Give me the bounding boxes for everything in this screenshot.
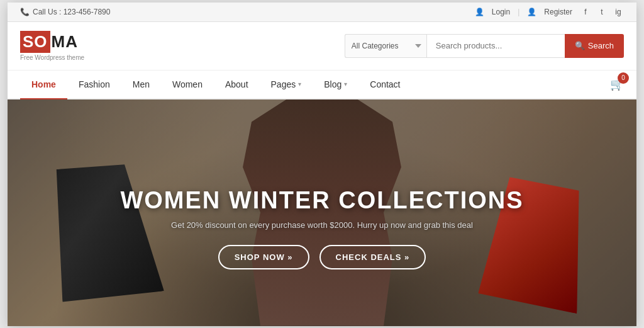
nav-item-men[interactable]: Men [121, 71, 161, 98]
call-label: Call Us : 123-456-7890 [33, 8, 110, 16]
check-deals-button[interactable]: CHECK DEALS » [319, 245, 426, 269]
top-bar-right: 👤 Login | 👤 Register f t ig [475, 6, 624, 18]
login-icon: 👤 [475, 8, 484, 16]
login-link[interactable]: Login [492, 8, 510, 16]
search-button[interactable]: 🔍 Search [565, 34, 624, 58]
nav-item-home[interactable]: Home [20, 71, 67, 98]
hero-subtitle: Get 20% discount on every purchase worth… [102, 220, 542, 230]
instagram-icon[interactable]: ig [613, 6, 624, 18]
page-wrapper: 📞 Call Us : 123-456-7890 👤 Login | 👤 Reg… [8, 3, 636, 326]
nav-item-blog[interactable]: Blog ▾ [313, 71, 358, 98]
cart-wrapper[interactable]: 🛒 0 [610, 77, 624, 91]
hero-title: WOMEN WINTER COLLECTIONS [102, 187, 542, 214]
logo-ma: MA [50, 31, 79, 53]
search-button-label: Search [588, 41, 614, 50]
nav-item-women[interactable]: Women [161, 71, 214, 98]
header: SO MA Free Wordpress theme All Categorie… [8, 22, 636, 71]
facebook-icon[interactable]: f [580, 6, 591, 18]
pages-dropdown-arrow: ▾ [298, 81, 301, 88]
social-links: f t ig [580, 6, 624, 18]
nav-item-contact[interactable]: Contact [358, 71, 411, 98]
nav: Home Fashion Men Women About Pages ▾ Blo… [8, 71, 636, 99]
logo: SO MA [20, 31, 84, 53]
nav-item-fashion[interactable]: Fashion [67, 71, 121, 98]
register-icon: 👤 [527, 8, 536, 16]
hero-content: WOMEN WINTER COLLECTIONS Get 20% discoun… [102, 187, 542, 269]
search-input[interactable] [426, 34, 565, 58]
search-wrapper: All Categories Fashion Men Women 🔍 Searc… [345, 34, 624, 58]
top-bar: 📞 Call Us : 123-456-7890 👤 Login | 👤 Reg… [8, 3, 636, 22]
twitter-icon[interactable]: t [596, 6, 608, 18]
shop-now-button[interactable]: SHOP NOW » [218, 245, 309, 269]
phone-icon: 📞 [20, 8, 30, 16]
hero-section: WOMEN WINTER COLLECTIONS Get 20% discoun… [8, 99, 636, 326]
logo-tagline: Free Wordpress theme [20, 54, 84, 61]
blog-dropdown-arrow: ▾ [344, 81, 347, 88]
register-link[interactable]: Register [544, 8, 572, 16]
logo-wrapper[interactable]: SO MA Free Wordpress theme [20, 31, 84, 61]
nav-item-about[interactable]: About [214, 71, 260, 98]
nav-items: Home Fashion Men Women About Pages ▾ Blo… [20, 71, 412, 98]
pipe-divider: | [518, 8, 519, 16]
nav-item-pages[interactable]: Pages ▾ [260, 71, 313, 98]
search-icon: 🔍 [575, 41, 585, 50]
top-bar-left: 📞 Call Us : 123-456-7890 [20, 8, 110, 16]
cart-badge: 0 [618, 72, 629, 84]
logo-so: SO [20, 31, 50, 53]
category-select[interactable]: All Categories Fashion Men Women [345, 34, 426, 58]
hero-buttons: SHOP NOW » CHECK DEALS » [102, 245, 542, 269]
